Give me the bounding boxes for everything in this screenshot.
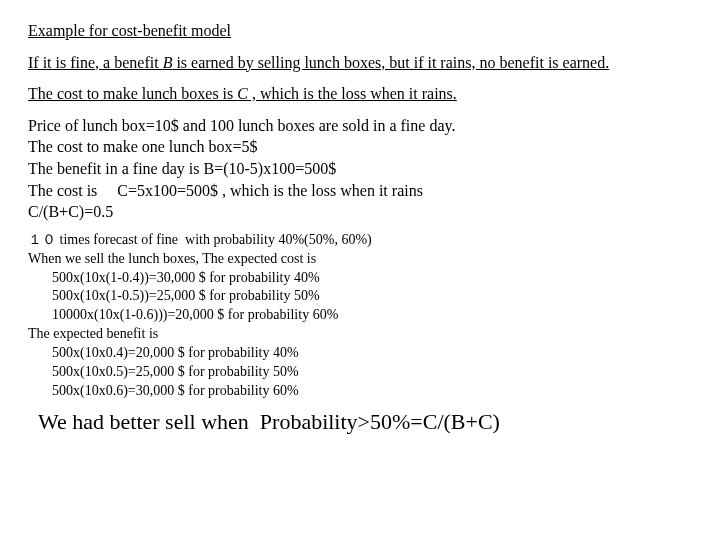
- cost-line: 10000x(10x(1-0.6)))=20,000 $ for probabi…: [28, 306, 692, 325]
- expected-cost-header: When we sell the lunch boxes, The expect…: [28, 250, 692, 269]
- cost-statement: The cost to make lunch boxes is C , whic…: [28, 83, 692, 105]
- cost-line: 500x(10x(1-0.4))=30,000 $ for probabilit…: [28, 269, 692, 288]
- variable-b: B: [163, 54, 173, 71]
- setup-line: Price of lunch box=10$ and 100 lunch box…: [28, 115, 692, 137]
- cost-line: 500x(10x(1-0.5))=25,000 $ for probabilit…: [28, 287, 692, 306]
- setup-block: Price of lunch box=10$ and 100 lunch box…: [28, 115, 692, 223]
- setup-line: The cost is C=5x100=500$ , which is the …: [28, 180, 692, 202]
- text: 50%, 60%): [309, 232, 372, 247]
- text: 40%(: [278, 232, 308, 247]
- text: is earned by selling lunch boxes, but if…: [172, 54, 609, 71]
- text: The cost to make lunch boxes is: [28, 85, 237, 102]
- page-title: Example for cost-benefit model: [28, 20, 692, 42]
- text: １０ times forecast of fine with probabili…: [28, 232, 278, 247]
- setup-line: The benefit in a fine day is B=(10-5)x10…: [28, 158, 692, 180]
- setup-line: The cost to make one lunch box=5$: [28, 136, 692, 158]
- text: If it is fine, a benefit: [28, 54, 163, 71]
- probability-block: １０ times forecast of fine with probabili…: [28, 231, 692, 401]
- benefit-line: 500x(10x0.4)=20,000 $ for probability 40…: [28, 344, 692, 363]
- expected-benefit-header: The expected benefit is: [28, 325, 692, 344]
- benefit-statement: If it is fine, a benefit B is earned by …: [28, 52, 692, 74]
- conclusion: We had better sell when Probability>50%=…: [28, 407, 692, 437]
- forecast-line: １０ times forecast of fine with probabili…: [28, 231, 692, 250]
- variable-c: C: [237, 85, 248, 102]
- benefit-line: 500x(10x0.5)=25,000 $ for probability 50…: [28, 363, 692, 382]
- setup-line: C/(B+C)=0.5: [28, 201, 692, 223]
- benefit-line: 500x(10x0.6)=30,000 $ for probability 60…: [28, 382, 692, 401]
- text: , which is the loss when it rains.: [248, 85, 457, 102]
